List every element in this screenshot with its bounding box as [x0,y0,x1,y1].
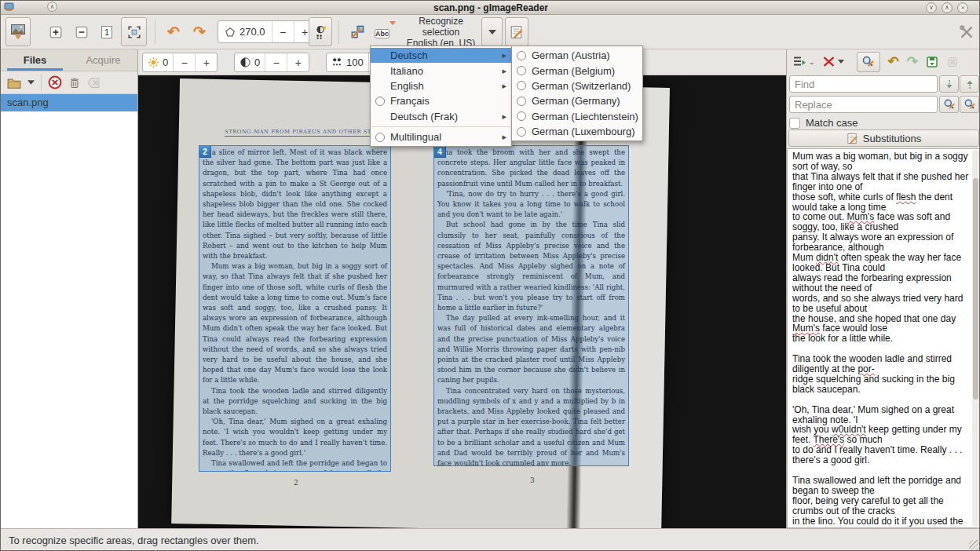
insert-mode-button[interactable]: ⌄ [793,55,815,68]
recognize-button[interactable]: Abc Recognize selection English (en_US) [375,17,480,46]
find-next-button[interactable] [939,75,959,93]
toolbar-separator [155,20,155,44]
menu-item-italiano[interactable]: Italiano▸ [371,63,511,78]
menu-item-german-luxembourg-[interactable]: German (Luxembourg) [512,124,642,139]
strike-icon [823,56,835,68]
tab-acquire[interactable]: Acquire [69,49,137,71]
ocr-output-text[interactable]: Mum was a big woman, but big in a soggy … [787,148,980,528]
menu-item-label: Multilingual [390,131,495,143]
add-images-button[interactable] [7,77,21,89]
menu-item-label: Italiano [390,65,495,77]
autodetect-layout-button[interactable] [345,17,370,46]
remove-image-button[interactable] [48,75,62,89]
radio-icon [517,51,526,60]
menu-item-label: German (Austria) [532,49,631,61]
ocr-selection-region-4[interactable]: 4 Tina took the broom with her and she s… [433,145,629,466]
resize-grip[interactable] [969,540,980,551]
rotate-left-button[interactable]: ↶ [162,17,185,46]
brightness-spinbox[interactable]: 0 − + [142,53,218,72]
insert-mode-icon [793,55,806,68]
menu-separator [371,126,510,127]
clear-list-button[interactable] [87,77,101,89]
menu-item-fran-ais[interactable]: Français [371,93,511,108]
scrollbar-thumb[interactable] [973,178,978,400]
titlebar[interactable]: ∧ scan.png - gImageReader ∨ ∧ × [1,1,980,15]
find-input[interactable] [789,75,938,93]
open-image-button[interactable] [5,17,31,46]
save-icon [926,56,938,68]
menu-item-deutsch[interactable]: Deutsch▸ [371,48,511,63]
replace-all-button[interactable] [960,96,979,113]
zoom-fit-button[interactable] [121,17,147,46]
rotate-right-icon: ↷ [193,24,206,39]
save-text-button[interactable] [926,56,938,68]
substitutions-button[interactable]: Substitutions [788,130,979,147]
close-button[interactable]: × [957,2,968,13]
chevron-down-icon [27,80,35,85]
autolayout-wand-icon [349,24,365,40]
menu-item-german-belgium-[interactable]: German (Belgium) [512,63,642,78]
match-case-checkbox[interactable] [789,118,800,129]
menu-item-label: German (Germany) [532,95,631,107]
radio-icon [517,97,526,106]
chevron-down-icon [838,60,844,64]
rotation-spinbox[interactable]: 270.0 − + [218,20,316,43]
undo-icon: ↶ [888,54,899,69]
minimize-button[interactable]: ∨ [926,2,937,13]
clear-output-button[interactable] [946,56,959,68]
redo-button[interactable]: ↷ [907,53,918,70]
rotate-left-icon: ↶ [167,24,180,39]
brightness-value: 0 [159,57,173,68]
menu-item-english[interactable]: English▸ [371,78,511,93]
status-bar: To recognize specific areas, drag rectan… [1,528,980,551]
brightness-decrease-button[interactable]: − [173,53,195,71]
undo-button[interactable]: ↶ [888,53,899,70]
contrast-spinbox[interactable]: 0 − + [234,53,309,72]
toggle-output-pane-button[interactable] [505,17,528,46]
zoom-in-button[interactable] [44,17,68,46]
menu-item-label: Deutsch (Frak) [390,111,495,122]
delete-image-button[interactable] [68,76,81,89]
add-images-dropdown-button[interactable] [27,80,35,85]
contrast-decrease-button[interactable]: − [265,53,287,71]
replace-input[interactable] [789,96,938,113]
radio-icon [517,81,526,90]
strip-characters-button[interactable] [823,56,844,68]
brightness-increase-button[interactable]: + [195,53,217,71]
tab-files[interactable]: Files [1,49,69,71]
rotation-decrease-button[interactable]: − [272,21,294,42]
find-replace-toggle-button[interactable] [857,52,880,72]
trash-icon [68,76,81,89]
zoom-original-button[interactable]: 1 [95,17,119,46]
contrast-icon [240,57,251,68]
menu-item-german-liechtenstein-[interactable]: German (Liechtenstein) [512,109,642,124]
menu-item-german-austria-[interactable]: German (Austria) [512,48,642,63]
match-case-label: Match case [806,117,858,129]
recognize-language-dropdown-button[interactable] [481,17,503,46]
ocr-selection-region-2[interactable]: 2 ly a slice of mirror left. Most of it … [199,145,391,472]
one-to-one-icon: 1 [101,26,112,38]
maximize-button[interactable]: ∧ [942,2,953,13]
menu-item-german-germany-[interactable]: German (Germany) [512,93,642,108]
menu-item-multilingual[interactable]: Multilingual▸ [371,130,511,144]
output-scrollbar[interactable] [972,150,979,527]
submenu-arrow-icon: ▸ [502,111,506,122]
menu-item-deutsch-frak-[interactable]: Deutsch (Frak)▸ [371,109,511,124]
menu-item-label: Deutsch [390,49,495,61]
output-panel: ⌄ ↶ ↷ [786,49,980,528]
chevron-down-icon [488,30,496,35]
image-controls-icon [313,25,327,39]
image-controls-toggle-button[interactable] [309,17,332,46]
file-list-item[interactable]: scan.png [1,94,137,111]
rotate-right-button[interactable]: ↷ [188,17,211,46]
main-toolbar: 1 ↶ ↷ 270.0 − + Abc Re [1,15,980,49]
sources-tabbar: Files Acquire [1,49,137,71]
settings-button[interactable] [955,17,977,46]
zoom-out-button[interactable] [70,17,93,46]
find-prev-button[interactable] [960,75,979,93]
radio-icon [375,97,385,106]
replace-button[interactable] [939,96,959,113]
status-message: To recognize specific areas, drag rectan… [9,535,259,546]
contrast-increase-button[interactable]: + [287,53,309,71]
menu-item-german-switzerland-[interactable]: German (Switzerland) [512,78,642,93]
